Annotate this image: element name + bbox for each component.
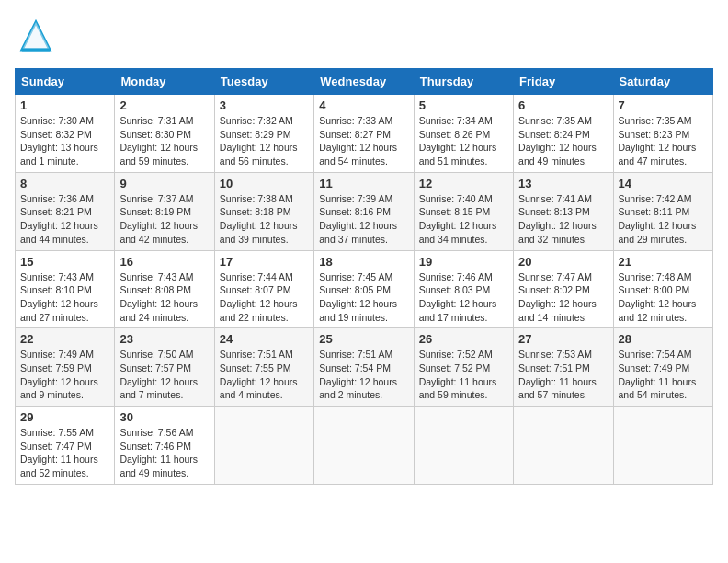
day-number: 30	[119, 410, 209, 424]
day-info: Sunrise: 7:31 AM Sunset: 8:30 PM Dayligh…	[119, 114, 209, 168]
day-number: 9	[119, 177, 209, 190]
day-info: Sunrise: 7:40 AM Sunset: 8:15 PM Dayligh…	[419, 192, 508, 247]
calendar-cell: 13Sunrise: 7:41 AM Sunset: 8:13 PM Dayli…	[514, 172, 613, 250]
day-number: 26	[419, 332, 508, 346]
day-info: Sunrise: 7:48 AM Sunset: 8:00 PM Dayligh…	[619, 270, 708, 325]
calendar-cell: 10Sunrise: 7:38 AM Sunset: 8:18 PM Dayli…	[214, 172, 313, 250]
calendar-header-monday: Monday	[115, 69, 214, 95]
day-number: 16	[119, 255, 209, 269]
day-info: Sunrise: 7:37 AM Sunset: 8:19 PM Dayligh…	[119, 192, 209, 247]
day-number: 28	[619, 332, 708, 346]
calendar-cell	[314, 407, 414, 485]
day-number: 1	[20, 98, 109, 112]
day-info: Sunrise: 7:41 AM Sunset: 8:13 PM Dayligh…	[518, 192, 608, 247]
logo-icon	[15, 15, 57, 57]
day-number: 25	[319, 332, 408, 346]
day-info: Sunrise: 7:38 AM Sunset: 8:18 PM Dayligh…	[220, 192, 309, 247]
calendar-cell: 22Sunrise: 7:49 AM Sunset: 7:59 PM Dayli…	[16, 328, 115, 407]
calendar-cell: 30Sunrise: 7:56 AM Sunset: 7:46 PM Dayli…	[115, 407, 214, 485]
day-info: Sunrise: 7:30 AM Sunset: 8:32 PM Dayligh…	[20, 114, 109, 168]
day-info: Sunrise: 7:53 AM Sunset: 7:51 PM Dayligh…	[518, 348, 608, 402]
calendar-cell: 26Sunrise: 7:52 AM Sunset: 7:52 PM Dayli…	[414, 328, 513, 407]
day-info: Sunrise: 7:46 AM Sunset: 8:03 PM Dayligh…	[419, 270, 508, 325]
calendar-cell: 11Sunrise: 7:39 AM Sunset: 8:16 PM Dayli…	[314, 172, 414, 250]
day-info: Sunrise: 7:54 AM Sunset: 7:49 PM Dayligh…	[619, 348, 708, 402]
day-number: 17	[220, 255, 309, 269]
day-number: 19	[419, 255, 508, 269]
day-number: 27	[518, 332, 608, 346]
calendar-cell: 8Sunrise: 7:36 AM Sunset: 8:21 PM Daylig…	[16, 172, 115, 250]
calendar-cell: 17Sunrise: 7:44 AM Sunset: 8:07 PM Dayli…	[214, 250, 313, 328]
day-number: 14	[619, 177, 708, 190]
day-number: 10	[220, 177, 309, 190]
day-info: Sunrise: 7:44 AM Sunset: 8:07 PM Dayligh…	[220, 270, 309, 325]
day-info: Sunrise: 7:36 AM Sunset: 8:21 PM Dayligh…	[20, 192, 109, 247]
day-info: Sunrise: 7:35 AM Sunset: 8:24 PM Dayligh…	[518, 114, 608, 168]
day-info: Sunrise: 7:45 AM Sunset: 8:05 PM Dayligh…	[319, 270, 408, 325]
calendar-cell: 27Sunrise: 7:53 AM Sunset: 7:51 PM Dayli…	[514, 328, 613, 407]
calendar-cell: 19Sunrise: 7:46 AM Sunset: 8:03 PM Dayli…	[414, 250, 513, 328]
calendar-cell: 3Sunrise: 7:32 AM Sunset: 8:29 PM Daylig…	[214, 95, 313, 173]
day-number: 20	[518, 255, 608, 269]
calendar-cell: 6Sunrise: 7:35 AM Sunset: 8:24 PM Daylig…	[514, 95, 613, 173]
day-number: 3	[220, 98, 309, 112]
day-number: 23	[119, 332, 209, 346]
calendar-header-wednesday: Wednesday	[314, 69, 414, 95]
day-number: 7	[619, 98, 708, 112]
day-number: 22	[20, 332, 109, 346]
day-number: 11	[319, 177, 408, 190]
day-number: 2	[119, 98, 209, 112]
day-info: Sunrise: 7:34 AM Sunset: 8:26 PM Dayligh…	[419, 114, 508, 168]
day-number: 6	[518, 98, 608, 112]
calendar-cell: 2Sunrise: 7:31 AM Sunset: 8:30 PM Daylig…	[115, 95, 214, 173]
day-number: 4	[319, 98, 408, 112]
logo	[15, 15, 57, 57]
day-info: Sunrise: 7:56 AM Sunset: 7:46 PM Dayligh…	[119, 426, 209, 480]
calendar-cell: 20Sunrise: 7:47 AM Sunset: 8:02 PM Dayli…	[514, 250, 613, 328]
calendar-cell: 14Sunrise: 7:42 AM Sunset: 8:11 PM Dayli…	[613, 172, 712, 250]
calendar-header-row: SundayMondayTuesdayWednesdayThursdayFrid…	[16, 69, 713, 95]
calendar-cell	[214, 407, 313, 485]
calendar-header-thursday: Thursday	[414, 69, 513, 95]
calendar-cell: 23Sunrise: 7:50 AM Sunset: 7:57 PM Dayli…	[115, 328, 214, 407]
calendar-cell: 7Sunrise: 7:35 AM Sunset: 8:23 PM Daylig…	[613, 95, 712, 173]
calendar-week-4: 22Sunrise: 7:49 AM Sunset: 7:59 PM Dayli…	[16, 328, 713, 407]
calendar-cell	[613, 407, 712, 485]
day-number: 13	[518, 177, 608, 190]
day-number: 12	[419, 177, 508, 190]
day-info: Sunrise: 7:50 AM Sunset: 7:57 PM Dayligh…	[119, 348, 209, 402]
day-number: 15	[20, 255, 109, 269]
calendar-cell: 25Sunrise: 7:51 AM Sunset: 7:54 PM Dayli…	[314, 328, 414, 407]
calendar-week-5: 29Sunrise: 7:55 AM Sunset: 7:47 PM Dayli…	[16, 407, 713, 485]
day-info: Sunrise: 7:47 AM Sunset: 8:02 PM Dayligh…	[518, 270, 608, 325]
calendar-cell	[414, 407, 513, 485]
day-info: Sunrise: 7:43 AM Sunset: 8:08 PM Dayligh…	[119, 270, 209, 325]
page-header	[15, 15, 713, 57]
calendar-cell: 12Sunrise: 7:40 AM Sunset: 8:15 PM Dayli…	[414, 172, 513, 250]
day-info: Sunrise: 7:51 AM Sunset: 7:54 PM Dayligh…	[319, 348, 408, 402]
calendar-header-sunday: Sunday	[16, 69, 115, 95]
day-info: Sunrise: 7:51 AM Sunset: 7:55 PM Dayligh…	[220, 348, 309, 402]
calendar-cell	[514, 407, 613, 485]
calendar-cell: 29Sunrise: 7:55 AM Sunset: 7:47 PM Dayli…	[16, 407, 115, 485]
calendar-week-2: 8Sunrise: 7:36 AM Sunset: 8:21 PM Daylig…	[16, 172, 713, 250]
day-info: Sunrise: 7:52 AM Sunset: 7:52 PM Dayligh…	[419, 348, 508, 402]
calendar: SundayMondayTuesdayWednesdayThursdayFrid…	[15, 68, 713, 485]
calendar-cell: 4Sunrise: 7:33 AM Sunset: 8:27 PM Daylig…	[314, 95, 414, 173]
calendar-cell: 18Sunrise: 7:45 AM Sunset: 8:05 PM Dayli…	[314, 250, 414, 328]
calendar-week-3: 15Sunrise: 7:43 AM Sunset: 8:10 PM Dayli…	[16, 250, 713, 328]
calendar-cell: 15Sunrise: 7:43 AM Sunset: 8:10 PM Dayli…	[16, 250, 115, 328]
day-info: Sunrise: 7:42 AM Sunset: 8:11 PM Dayligh…	[619, 192, 708, 247]
calendar-cell: 28Sunrise: 7:54 AM Sunset: 7:49 PM Dayli…	[613, 328, 712, 407]
calendar-cell: 24Sunrise: 7:51 AM Sunset: 7:55 PM Dayli…	[214, 328, 313, 407]
calendar-header-saturday: Saturday	[613, 69, 712, 95]
calendar-cell: 16Sunrise: 7:43 AM Sunset: 8:08 PM Dayli…	[115, 250, 214, 328]
day-info: Sunrise: 7:33 AM Sunset: 8:27 PM Dayligh…	[319, 114, 408, 168]
day-info: Sunrise: 7:43 AM Sunset: 8:10 PM Dayligh…	[20, 270, 109, 325]
calendar-header-friday: Friday	[514, 69, 613, 95]
calendar-week-1: 1Sunrise: 7:30 AM Sunset: 8:32 PM Daylig…	[16, 95, 713, 173]
day-number: 29	[20, 410, 109, 424]
calendar-cell: 9Sunrise: 7:37 AM Sunset: 8:19 PM Daylig…	[115, 172, 214, 250]
day-info: Sunrise: 7:39 AM Sunset: 8:16 PM Dayligh…	[319, 192, 408, 247]
day-number: 18	[319, 255, 408, 269]
